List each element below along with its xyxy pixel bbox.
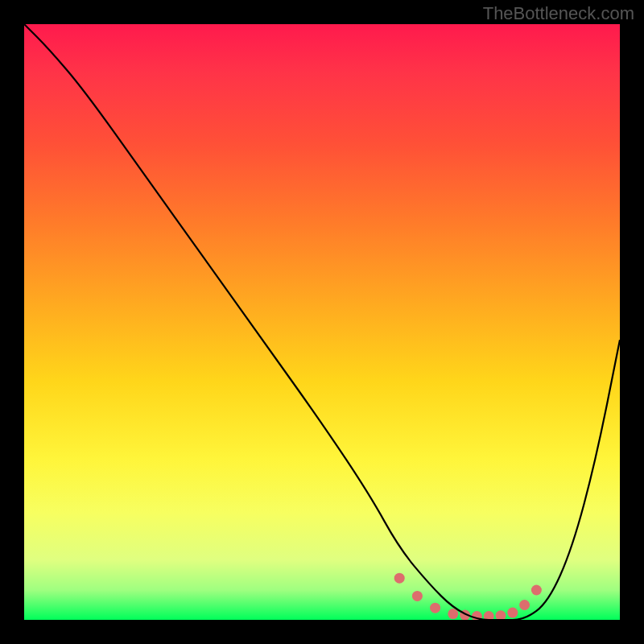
marker-dot <box>448 609 458 619</box>
marker-dot <box>519 600 530 610</box>
marker-dot <box>496 610 506 620</box>
chart-svg <box>24 24 620 620</box>
marker-dot <box>430 603 440 613</box>
watermark-text: TheBottleneck.com <box>483 3 634 24</box>
marker-dot <box>484 611 494 620</box>
marker-dot <box>531 585 542 596</box>
plot-area <box>24 24 620 620</box>
bottleneck-curve <box>24 24 620 620</box>
marker-dot <box>507 608 518 618</box>
marker-dot <box>394 573 405 584</box>
marker-dot <box>412 591 423 601</box>
bottom-dots <box>394 573 542 620</box>
